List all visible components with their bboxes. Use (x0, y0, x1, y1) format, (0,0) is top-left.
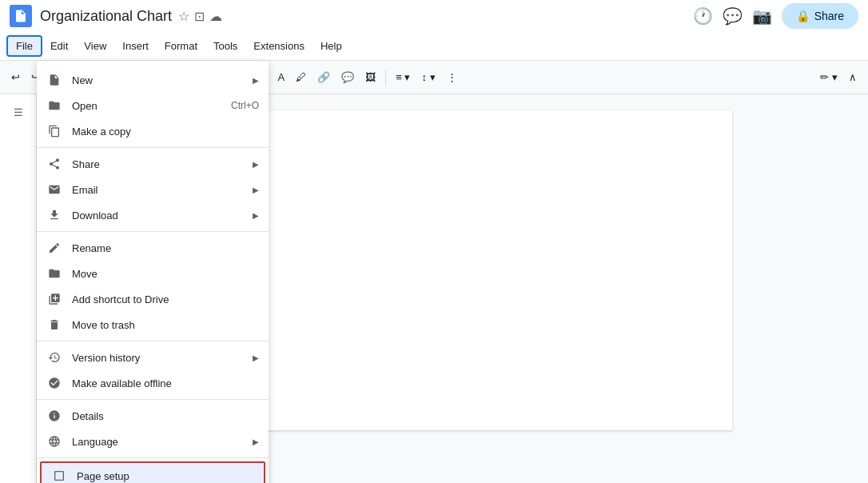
make-copy-label: Make a copy (72, 126, 259, 138)
video-icon[interactable]: 📷 (752, 6, 772, 26)
menu-item-share[interactable]: Share (37, 151, 269, 177)
menu-help[interactable]: Help (313, 37, 350, 55)
copy-icon (46, 125, 62, 138)
version-history-label: Version history (72, 352, 259, 364)
rename-icon (46, 242, 62, 254)
document-title: Organizational Chart (40, 8, 172, 25)
sidebar: ☰ (0, 94, 37, 483)
menu-item-add-shortcut[interactable]: Add shortcut to Drive (37, 286, 269, 312)
more-options-button[interactable]: ⋮ (442, 68, 462, 86)
link-button[interactable]: 🔗 (313, 68, 335, 86)
make-offline-label: Make available offline (72, 377, 259, 389)
menu-section-5: Details Language (37, 400, 269, 458)
offline-icon (46, 377, 62, 389)
lock-icon: 🔒 (796, 10, 810, 22)
sidebar-icon-1[interactable]: ☰ (7, 101, 30, 123)
shortcut-icon (46, 293, 62, 305)
drive-folder-icon[interactable]: ⊡ (194, 9, 205, 24)
menu-item-details[interactable]: Details (37, 403, 269, 429)
download-label: Download (72, 210, 259, 222)
details-icon (46, 409, 62, 422)
language-icon (46, 435, 62, 448)
cloud-icon[interactable]: ☁ (209, 9, 222, 24)
line-spacing-button[interactable]: ↕ ▾ (416, 68, 440, 86)
history-icon[interactable]: 🕐 (693, 6, 713, 26)
menu-item-make-offline[interactable]: Make available offline (37, 370, 269, 396)
open-shortcut: Ctrl+O (231, 100, 259, 111)
undo-button[interactable]: ↩ (6, 68, 25, 86)
new-label: New (72, 74, 259, 86)
trash-icon (46, 318, 62, 331)
menu-section-4: Version history Make available offline (37, 341, 269, 400)
menu-section-2: Share Email Download (37, 148, 269, 232)
menu-item-rename[interactable]: Rename (37, 235, 269, 261)
email-icon (46, 183, 62, 196)
menu-item-move[interactable]: Move (37, 261, 269, 286)
share-label: Share (72, 158, 259, 170)
app-icon (10, 5, 32, 27)
new-doc-icon (46, 74, 62, 86)
share-icon (46, 158, 62, 170)
menu-view[interactable]: View (76, 37, 114, 55)
menu-section-6: Page setup Print Ctrl+P (37, 458, 269, 483)
menu-section-3: Rename Move Add shortcut to Drive Move t… (37, 232, 269, 341)
comment-button[interactable]: 💬 (336, 68, 359, 86)
rename-label: Rename (72, 242, 259, 254)
page-setup-icon (51, 469, 67, 482)
folder-open-icon (46, 99, 62, 112)
menu-file[interactable]: File (6, 35, 42, 57)
menu-bar: File Edit View Insert Format Tools Exten… (0, 32, 868, 61)
title-bar: Organizational Chart ☆ ⊡ ☁ 🕐 💬 📷 🔒 Share (0, 0, 868, 32)
menu-tools[interactable]: Tools (205, 37, 245, 55)
menu-format[interactable]: Format (157, 37, 205, 55)
email-label: Email (72, 184, 259, 196)
language-label: Language (72, 436, 259, 448)
add-shortcut-label: Add shortcut to Drive (72, 293, 259, 305)
menu-item-email[interactable]: Email (37, 177, 269, 202)
star-icon[interactable]: ☆ (178, 9, 189, 24)
menu-item-open[interactable]: Open Ctrl+O (37, 93, 269, 118)
align-button[interactable]: ≡ ▾ (391, 68, 415, 86)
highlight-button[interactable]: 🖊 (291, 68, 311, 86)
editing-mode-button[interactable]: ✏ ▾ (815, 68, 842, 86)
menu-extensions[interactable]: Extensions (245, 37, 313, 55)
menu-item-move-trash[interactable]: Move to trash (37, 312, 269, 337)
move-icon (46, 267, 62, 280)
move-trash-label: Move to trash (72, 319, 259, 331)
share-button[interactable]: 🔒 Share (782, 3, 858, 29)
menu-item-page-setup[interactable]: Page setup (40, 461, 265, 483)
image-button[interactable]: 🖼 (360, 68, 380, 86)
history-icon (46, 351, 62, 364)
collapse-toolbar-button[interactable]: ∧ (844, 68, 862, 86)
details-label: Details (72, 410, 259, 422)
chat-icon[interactable]: 💬 (723, 6, 743, 26)
menu-section-1: New Open Ctrl+O Make a copy (37, 64, 269, 148)
menu-item-new[interactable]: New (37, 67, 269, 93)
title-action-icons: ☆ ⊡ ☁ (178, 9, 222, 24)
menu-edit[interactable]: Edit (42, 37, 76, 55)
menu-item-language[interactable]: Language (37, 429, 269, 454)
page-setup-label: Page setup (77, 470, 254, 482)
move-label: Move (72, 268, 259, 280)
menu-insert[interactable]: Insert (114, 37, 157, 55)
download-icon (46, 209, 62, 222)
header-right: 🕐 💬 📷 🔒 Share (693, 3, 858, 29)
menu-item-download[interactable]: Download (37, 202, 269, 228)
menu-item-make-copy[interactable]: Make a copy (37, 118, 269, 144)
text-color-button[interactable]: A (273, 68, 290, 86)
open-label: Open (72, 100, 231, 112)
file-dropdown-menu: New Open Ctrl+O Make a copy Share (37, 61, 269, 483)
toolbar-separator-4 (385, 70, 386, 86)
menu-item-version-history[interactable]: Version history (37, 345, 269, 370)
